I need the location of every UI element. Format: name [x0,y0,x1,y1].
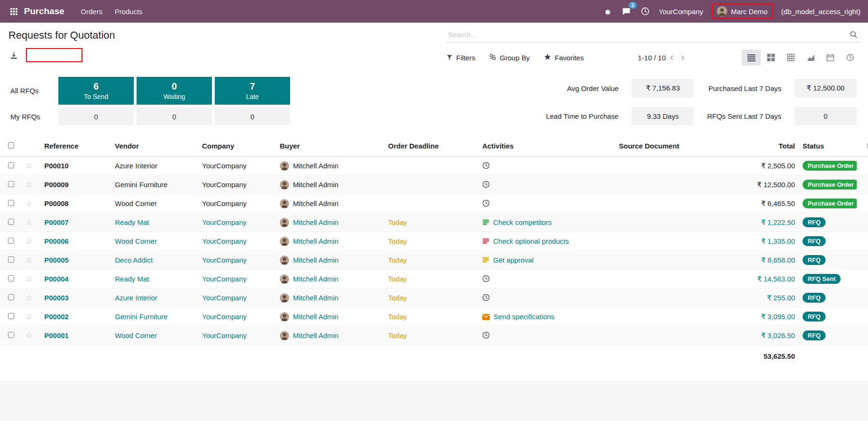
cell-reference[interactable]: P00002 [41,307,111,326]
row-checkbox[interactable] [8,219,14,225]
cell-activity[interactable]: Send specifications [479,307,615,326]
kpi-my-late[interactable]: 0 [215,107,290,125]
select-all-checkbox[interactable] [8,142,14,149]
table-row[interactable]: ☆ P00002 Gemini Furniture YourCompany Mi… [0,307,868,326]
messages-icon[interactable]: 2 [621,6,632,17]
app-name[interactable]: Purchase [24,6,65,17]
kpi-late[interactable]: 7 Late [215,77,290,105]
cell-source-document[interactable] [615,307,723,326]
favorite-star-icon[interactable]: ☆ [25,274,32,283]
cell-total[interactable]: ₹ 3,026.50 [723,326,799,345]
cell-company[interactable]: YourCompany [198,270,276,289]
cell-vendor[interactable]: Azure Interior [111,157,198,175]
cell-deadline[interactable]: Today [384,307,479,326]
cell-total[interactable]: ₹ 3,095.00 [723,307,799,326]
cell-deadline[interactable]: Today [384,232,479,251]
favorite-star-icon[interactable]: ☆ [25,331,32,340]
cell-source-document[interactable] [615,232,723,251]
cell-total[interactable]: ₹ 255.00 [723,289,799,307]
cell-reference[interactable]: P00006 [41,232,111,251]
cell-buyer[interactable]: Mitchell Admin [276,194,384,213]
header-activities[interactable]: Activities [479,136,615,157]
view-graph-icon[interactable] [801,50,820,66]
view-list-icon[interactable] [742,50,761,66]
cell-activity[interactable] [479,175,615,194]
cell-activity[interactable]: Check competitors [479,213,615,232]
cell-total[interactable]: ₹ 6,465.50 [723,194,799,213]
cell-deadline[interactable]: Today [384,270,479,289]
cell-buyer[interactable]: Mitchell Admin [276,326,384,345]
kpi-my-waiting[interactable]: 0 [137,107,212,125]
clock-activity-icon[interactable] [482,181,490,188]
table-row[interactable]: ☆ P00005 Deco Addict YourCompany Mitchel… [0,251,868,270]
envelope-activity-icon[interactable] [482,314,490,320]
stat-rfqs-sent-value[interactable]: 0 [795,107,857,125]
cell-activity[interactable] [479,157,615,175]
cell-deadline[interactable]: Today [384,213,479,232]
view-pivot-icon[interactable] [781,50,800,66]
row-checkbox[interactable] [8,181,14,187]
company-switcher[interactable]: YourCompany [659,8,704,16]
stat-lead-time-value[interactable]: 9.33 Days [632,107,694,125]
table-row[interactable]: ☆ P00008 Wood Corner YourCompany Mitchel… [0,194,868,213]
cell-activity[interactable] [479,289,615,307]
cell-activity[interactable] [479,270,615,289]
clock-activity-icon[interactable] [482,162,490,169]
cell-company[interactable]: YourCompany [198,157,276,175]
cell-source-document[interactable] [615,251,723,270]
cell-reference[interactable]: P00007 [41,213,111,232]
cell-reference[interactable]: P00004 [41,270,111,289]
debug-bug-icon[interactable] [603,7,613,17]
cell-deadline[interactable]: Today [384,289,479,307]
cell-company[interactable]: YourCompany [198,289,276,307]
cell-vendor[interactable]: Ready Mat [111,270,198,289]
cell-buyer[interactable]: Mitchell Admin [276,232,384,251]
cell-company[interactable]: YourCompany [198,307,276,326]
cell-reference[interactable]: P00003 [41,289,111,307]
favorite-star-icon[interactable]: ☆ [25,237,32,246]
cell-deadline[interactable] [384,157,479,175]
cell-total[interactable]: ₹ 8,658.00 [723,251,799,270]
activities-clock-icon[interactable] [640,6,650,17]
cell-reference[interactable]: P00001 [41,326,111,345]
cell-vendor[interactable]: Deco Addict [111,251,198,270]
row-checkbox[interactable] [8,294,14,300]
table-row[interactable]: ☆ P00001 Wood Corner YourCompany Mitchel… [0,326,868,345]
cell-buyer[interactable]: Mitchell Admin [276,307,384,326]
table-row[interactable]: ☆ P00003 Azure Interior YourCompany Mitc… [0,289,868,307]
activity-label[interactable]: Check competitors [493,218,552,226]
cell-activity[interactable] [479,194,615,213]
cell-total[interactable]: ₹ 1,335.00 [723,232,799,251]
row-checkbox[interactable] [8,200,14,206]
cell-buyer[interactable]: Mitchell Admin [276,213,384,232]
cell-vendor[interactable]: Gemini Furniture [111,175,198,194]
cell-total[interactable]: ₹ 2,505.00 [723,157,799,175]
cell-activity[interactable] [479,326,615,345]
filters-button[interactable]: Filters [446,53,476,62]
cell-deadline[interactable]: Today [384,326,479,345]
activity-label[interactable]: Get approval [493,256,534,264]
cell-source-document[interactable] [615,157,723,175]
cell-buyer[interactable]: Mitchell Admin [276,157,384,175]
favorites-button[interactable]: Favorites [544,53,584,62]
stat-avg-order-value[interactable]: ₹ 7,156.83 [632,79,694,98]
row-checkbox[interactable] [8,332,14,338]
header-company[interactable]: Company [198,136,276,157]
search-icon[interactable] [850,31,858,39]
clock-activity-icon[interactable] [482,294,490,301]
activity-label[interactable]: Send specifications [494,313,554,321]
activity-label[interactable]: Check optional products [493,237,569,245]
table-row[interactable]: ☆ P00009 Gemini Furniture YourCompany Mi… [0,175,868,194]
apps-menu-icon[interactable] [8,5,20,18]
cell-total[interactable]: ₹ 1,222.50 [723,213,799,232]
cell-total[interactable]: ₹ 14,563.00 [723,270,799,289]
cell-reference[interactable]: P00009 [41,175,111,194]
view-calendar-icon[interactable] [821,50,840,66]
favorite-star-icon[interactable]: ☆ [25,293,32,302]
cell-deadline[interactable] [384,175,479,194]
search-input[interactable] [448,31,850,39]
table-row[interactable]: ☆ P00006 Wood Corner YourCompany Mitchel… [0,232,868,251]
row-checkbox[interactable] [8,238,14,244]
view-kanban-icon[interactable] [762,50,780,66]
table-row[interactable]: ☆ P00004 Ready Mat YourCompany Mitchell … [0,270,868,289]
